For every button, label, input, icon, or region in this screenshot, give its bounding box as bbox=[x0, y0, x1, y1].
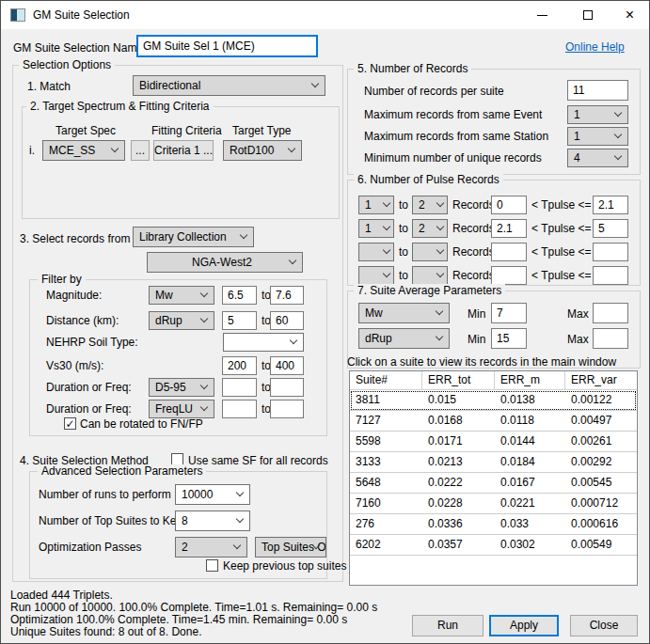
record-source-combo[interactable]: Library Collection bbox=[133, 227, 254, 247]
target-type-header: Target Type bbox=[232, 124, 291, 137]
optimization-passes-combo[interactable]: 2 bbox=[175, 537, 247, 558]
run-button[interactable]: Run bbox=[412, 615, 484, 636]
duration1-from-input[interactable] bbox=[222, 378, 257, 397]
distance-to-input[interactable] bbox=[270, 311, 304, 330]
duration1-label: Duration or Freq: bbox=[46, 381, 132, 394]
minimize-button[interactable] bbox=[521, 1, 563, 29]
tpulse-max-input[interactable] bbox=[593, 243, 628, 261]
table-row[interactable]: 7160 0.0228 0.0221 0.000712 bbox=[350, 494, 637, 514]
maximize-icon bbox=[583, 10, 593, 20]
keep-previous-checkbox[interactable] bbox=[206, 559, 218, 572]
pulse-to-combo[interactable]: 2 bbox=[412, 219, 448, 238]
close-button[interactable]: × bbox=[609, 1, 650, 29]
nehrp-combo[interactable] bbox=[223, 333, 304, 352]
table-row[interactable]: 6202 0.0357 0.0302 0.00549 bbox=[350, 535, 637, 556]
duration1-combo[interactable]: D5-95 bbox=[149, 378, 214, 397]
table-row[interactable]: 7127 0.0168 0.0118 0.00497 bbox=[350, 411, 637, 432]
distance-combo[interactable]: dRup bbox=[149, 311, 214, 330]
suite-avg-min-input-2[interactable] bbox=[491, 328, 527, 349]
target-spec-header: Target Spec bbox=[55, 124, 116, 137]
vs30-from-input[interactable] bbox=[222, 356, 257, 375]
duration2-label: Duration or Freq: bbox=[46, 402, 132, 416]
tpulse-max-input[interactable] bbox=[593, 219, 628, 238]
status-line-3: Optimization 100.0% Complete. Time=1.45 … bbox=[10, 613, 347, 626]
suite-name-input[interactable] bbox=[136, 35, 318, 57]
table-row[interactable]: 5598 0.0171 0.0144 0.00261 bbox=[350, 432, 637, 452]
vs30-to-input[interactable] bbox=[270, 356, 304, 375]
tpulse-word: < Tpulse <= bbox=[531, 245, 592, 259]
pulse-from-combo[interactable]: 1 bbox=[358, 219, 394, 238]
distance-from-input[interactable] bbox=[222, 311, 257, 330]
target-spec-combo[interactable]: MCE_SS bbox=[42, 140, 125, 161]
rotate-fnfp-label: Can be rotated to FN/FP bbox=[80, 417, 203, 431]
number-of-records-caption: 5. Number of Records bbox=[354, 62, 471, 75]
min-unique-combo[interactable]: 4 bbox=[567, 149, 628, 167]
fitting-criteria-button[interactable]: Criteria 1 ... bbox=[153, 140, 214, 161]
selection-options-caption: Selection Options bbox=[19, 58, 115, 71]
tpulse-min-input[interactable] bbox=[491, 196, 527, 214]
target-type-combo[interactable]: RotD100 bbox=[223, 140, 302, 161]
status-line-2: Run 10000 of 10000. 100.0% Complete. Tim… bbox=[10, 601, 377, 614]
chevron-down-icon bbox=[436, 270, 444, 277]
column-header[interactable]: ERR_tot bbox=[422, 371, 495, 389]
top-suites-combo[interactable]: 8 bbox=[175, 510, 250, 531]
collection-combo[interactable]: NGA-West2 bbox=[147, 252, 303, 273]
suite-avg-max-input-1[interactable] bbox=[593, 303, 628, 323]
target-spec-browse-button[interactable]: ... bbox=[131, 140, 150, 161]
pulse-from-combo[interactable]: 1 bbox=[358, 196, 394, 214]
pulse-to-combo[interactable]: 2 bbox=[412, 196, 448, 214]
table-row[interactable]: 3133 0.0213 0.0184 0.00292 bbox=[350, 452, 637, 473]
max-station-combo[interactable]: 1 bbox=[567, 127, 628, 146]
tpulse-word: < Tpulse <= bbox=[531, 198, 592, 212]
pulse-from-combo[interactable] bbox=[358, 266, 394, 285]
chevron-down-icon bbox=[290, 337, 297, 344]
pulse-from-combo[interactable] bbox=[358, 243, 394, 261]
suite-avg-max-input-2[interactable] bbox=[593, 328, 628, 349]
suite-avg-combo-1[interactable]: Mw bbox=[358, 303, 450, 323]
suites-table: Suite# ERR_tot ERR_m ERR_var 3811 0.015 … bbox=[349, 370, 638, 586]
duration1-to-input[interactable] bbox=[270, 378, 304, 397]
magnitude-from-input[interactable] bbox=[222, 286, 257, 305]
pulse-to-combo[interactable] bbox=[412, 266, 448, 285]
distance-label: Distance (km): bbox=[46, 314, 119, 327]
apply-button[interactable]: Apply bbox=[489, 615, 559, 636]
window-title: GM Suite Selection bbox=[33, 8, 130, 22]
duration2-combo[interactable]: FreqLU bbox=[149, 400, 214, 418]
suites-table-header: Suite# ERR_tot ERR_m ERR_var bbox=[350, 371, 637, 390]
optimization-mode-combo[interactable]: Top Suites On bbox=[255, 537, 326, 558]
column-header[interactable]: Suite# bbox=[350, 371, 422, 389]
duration2-to-input[interactable] bbox=[270, 400, 304, 418]
column-header[interactable]: ERR_m bbox=[495, 371, 565, 389]
magnitude-label: Magnitude: bbox=[46, 289, 102, 302]
runs-label: Number of runs to perform bbox=[39, 488, 171, 501]
to-label: to bbox=[399, 269, 408, 282]
column-header[interactable]: ERR_var bbox=[565, 371, 637, 389]
online-help-link[interactable]: Online Help bbox=[565, 40, 625, 54]
tpulse-min-input[interactable] bbox=[491, 266, 527, 285]
maximize-button[interactable] bbox=[566, 1, 609, 29]
table-row[interactable]: 3811 0.015 0.0138 0.00122 bbox=[350, 390, 637, 411]
tpulse-min-input[interactable] bbox=[491, 243, 527, 261]
pulse-to-combo[interactable] bbox=[412, 243, 448, 261]
close-dialog-button[interactable]: Close bbox=[570, 615, 638, 636]
keep-previous-label: Keep previous top suites bbox=[223, 559, 346, 573]
table-row[interactable]: 276 0.0336 0.033 0.000616 bbox=[350, 514, 637, 535]
duration2-from-input[interactable] bbox=[222, 400, 257, 418]
tpulse-min-input[interactable] bbox=[491, 219, 527, 238]
max-label: Max bbox=[567, 333, 589, 346]
suite-avg-min-input-1[interactable] bbox=[491, 303, 527, 323]
suite-avg-combo-2[interactable]: dRup bbox=[358, 328, 450, 349]
chevron-down-icon bbox=[383, 246, 390, 254]
match-combo[interactable]: Bidirectional bbox=[133, 75, 325, 96]
tpulse-max-input[interactable] bbox=[593, 266, 628, 285]
tpulse-max-input[interactable] bbox=[593, 196, 628, 214]
rotate-fnfp-checkbox[interactable]: ✓ bbox=[64, 417, 76, 430]
table-row[interactable]: 5648 0.0222 0.0167 0.00545 bbox=[350, 473, 637, 494]
runs-combo[interactable]: 10000 bbox=[175, 484, 250, 505]
records-per-suite-input[interactable] bbox=[567, 80, 628, 101]
magnitude-combo[interactable]: Mw bbox=[149, 286, 214, 305]
records-per-suite-label: Number of records per suite bbox=[364, 85, 504, 98]
max-event-combo[interactable]: 1 bbox=[567, 105, 628, 124]
pulse-records-caption: 6. Number of Pulse Records bbox=[354, 173, 503, 186]
magnitude-to-input[interactable] bbox=[270, 286, 304, 305]
